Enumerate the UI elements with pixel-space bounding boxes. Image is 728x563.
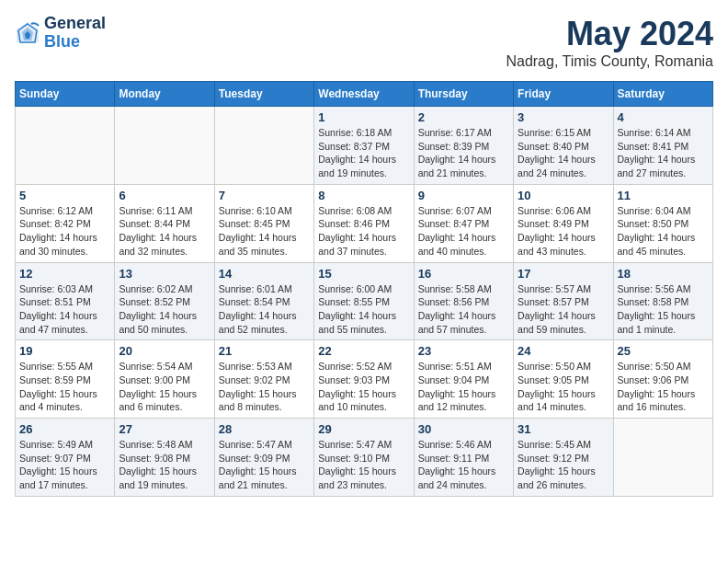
cell-day-number: 14 [219,267,310,281]
cell-info-text: Sunrise: 6:03 AM Sunset: 8:51 PM Dayligh… [19,282,110,337]
calendar-cell: 10Sunrise: 6:06 AM Sunset: 8:49 PM Dayli… [514,184,613,262]
calendar-cell: 22Sunrise: 5:52 AM Sunset: 9:03 PM Dayli… [314,340,414,419]
calendar-cell: 9Sunrise: 6:07 AM Sunset: 8:47 PM Daylig… [414,184,513,262]
cell-day-number: 7 [219,189,310,202]
cell-day-number: 15 [318,267,409,281]
cell-info-text: Sunrise: 5:45 AM Sunset: 9:12 PM Dayligh… [518,438,609,492]
cell-day-number: 25 [618,344,709,358]
cell-day-number: 17 [518,267,609,281]
calendar-cell: 19Sunrise: 5:55 AM Sunset: 8:59 PM Dayli… [16,340,115,419]
calendar-week-4: 19Sunrise: 5:55 AM Sunset: 8:59 PM Dayli… [16,340,713,419]
cell-info-text: Sunrise: 6:18 AM Sunset: 8:37 PM Dayligh… [318,126,409,180]
cell-info-text: Sunrise: 5:46 AM Sunset: 9:11 PM Dayligh… [418,438,509,492]
calendar-cell: 15Sunrise: 6:00 AM Sunset: 8:55 PM Dayli… [314,262,414,340]
calendar-cell: 31Sunrise: 5:45 AM Sunset: 9:12 PM Dayli… [514,419,613,497]
page-header: General Blue May 2024 Nadrag, Timis Coun… [15,15,713,70]
cell-day-number: 27 [119,422,210,436]
calendar-body: 1Sunrise: 6:18 AM Sunset: 8:37 PM Daylig… [16,107,713,497]
calendar-cell: 24Sunrise: 5:50 AM Sunset: 9:05 PM Dayli… [514,340,613,419]
cell-info-text: Sunrise: 6:11 AM Sunset: 8:44 PM Dayligh… [119,204,210,259]
calendar-cell [16,107,115,185]
cell-info-text: Sunrise: 5:56 AM Sunset: 8:58 PM Dayligh… [618,282,709,337]
cell-info-text: Sunrise: 5:53 AM Sunset: 9:02 PM Dayligh… [219,360,310,414]
cell-info-text: Sunrise: 5:47 AM Sunset: 9:09 PM Dayligh… [219,438,310,492]
cell-info-text: Sunrise: 5:51 AM Sunset: 9:04 PM Dayligh… [418,360,509,414]
cell-day-number: 8 [318,189,409,202]
calendar-week-5: 26Sunrise: 5:49 AM Sunset: 9:07 PM Dayli… [16,419,713,497]
cell-day-number: 16 [418,267,509,281]
cell-day-number: 30 [418,422,509,436]
main-title: May 2024 [506,15,713,53]
calendar-cell: 3Sunrise: 6:15 AM Sunset: 8:40 PM Daylig… [514,107,613,185]
calendar-cell: 13Sunrise: 6:02 AM Sunset: 8:52 PM Dayli… [115,262,214,340]
cell-info-text: Sunrise: 6:10 AM Sunset: 8:45 PM Dayligh… [219,204,310,259]
cell-day-number: 13 [119,267,210,281]
cell-day-number: 23 [418,344,509,358]
calendar-cell: 1Sunrise: 6:18 AM Sunset: 8:37 PM Daylig… [314,107,414,185]
cell-day-number: 4 [618,110,709,124]
cell-day-number: 26 [19,422,110,436]
calendar-week-3: 12Sunrise: 6:03 AM Sunset: 8:51 PM Dayli… [16,262,713,340]
cell-info-text: Sunrise: 6:01 AM Sunset: 8:54 PM Dayligh… [219,282,310,337]
cell-info-text: Sunrise: 6:02 AM Sunset: 8:52 PM Dayligh… [119,282,210,337]
header-day-wednesday: Wednesday [314,82,414,107]
cell-day-number: 5 [19,189,110,202]
logo-text: General Blue [44,15,106,52]
cell-info-text: Sunrise: 5:58 AM Sunset: 8:56 PM Dayligh… [418,282,509,337]
cell-day-number: 12 [19,267,110,281]
calendar-cell [115,107,214,185]
cell-day-number: 10 [518,189,609,202]
header-day-thursday: Thursday [414,82,513,107]
calendar-cell: 25Sunrise: 5:50 AM Sunset: 9:06 PM Dayli… [613,340,712,419]
cell-info-text: Sunrise: 6:12 AM Sunset: 8:42 PM Dayligh… [19,204,110,259]
cell-info-text: Sunrise: 5:52 AM Sunset: 9:03 PM Dayligh… [318,360,409,414]
logo: General Blue [15,15,106,52]
calendar-cell: 17Sunrise: 5:57 AM Sunset: 8:57 PM Dayli… [514,262,613,340]
subtitle: Nadrag, Timis County, Romania [506,53,713,70]
calendar-week-2: 5Sunrise: 6:12 AM Sunset: 8:42 PM Daylig… [16,184,713,262]
cell-day-number: 29 [318,422,409,436]
cell-info-text: Sunrise: 5:55 AM Sunset: 8:59 PM Dayligh… [19,360,110,414]
cell-info-text: Sunrise: 5:47 AM Sunset: 9:10 PM Dayligh… [318,438,409,492]
cell-info-text: Sunrise: 5:54 AM Sunset: 9:00 PM Dayligh… [119,360,210,414]
header-day-friday: Friday [514,82,613,107]
cell-day-number: 22 [318,344,409,358]
calendar-header: SundayMondayTuesdayWednesdayThursdayFrid… [16,82,713,107]
calendar-cell: 28Sunrise: 5:47 AM Sunset: 9:09 PM Dayli… [214,419,313,497]
cell-day-number: 20 [119,344,210,358]
cell-day-number: 9 [418,189,509,202]
calendar-cell: 20Sunrise: 5:54 AM Sunset: 9:00 PM Dayli… [115,340,214,419]
calendar-cell [214,107,313,185]
cell-day-number: 6 [119,189,210,202]
logo-general-text: General [44,15,106,33]
calendar-cell: 8Sunrise: 6:08 AM Sunset: 8:46 PM Daylig… [314,184,414,262]
cell-info-text: Sunrise: 5:50 AM Sunset: 9:06 PM Dayligh… [618,360,709,414]
cell-info-text: Sunrise: 6:04 AM Sunset: 8:50 PM Dayligh… [618,204,709,259]
calendar-cell: 6Sunrise: 6:11 AM Sunset: 8:44 PM Daylig… [115,184,214,262]
calendar-cell: 30Sunrise: 5:46 AM Sunset: 9:11 PM Dayli… [414,419,513,497]
header-row: SundayMondayTuesdayWednesdayThursdayFrid… [16,82,713,107]
cell-day-number: 3 [518,110,609,124]
header-day-saturday: Saturday [613,82,712,107]
cell-day-number: 28 [219,422,310,436]
header-day-monday: Monday [115,82,214,107]
cell-day-number: 19 [19,344,110,358]
calendar-cell: 7Sunrise: 6:10 AM Sunset: 8:45 PM Daylig… [214,184,313,262]
cell-day-number: 2 [418,110,509,124]
cell-day-number: 18 [618,267,709,281]
calendar-cell: 27Sunrise: 5:48 AM Sunset: 9:08 PM Dayli… [115,419,214,497]
cell-info-text: Sunrise: 6:08 AM Sunset: 8:46 PM Dayligh… [318,204,409,259]
calendar-cell: 18Sunrise: 5:56 AM Sunset: 8:58 PM Dayli… [613,262,712,340]
cell-info-text: Sunrise: 6:00 AM Sunset: 8:55 PM Dayligh… [318,282,409,337]
calendar-cell: 26Sunrise: 5:49 AM Sunset: 9:07 PM Dayli… [16,419,115,497]
cell-info-text: Sunrise: 6:06 AM Sunset: 8:49 PM Dayligh… [518,204,609,259]
calendar-cell: 16Sunrise: 5:58 AM Sunset: 8:56 PM Dayli… [414,262,513,340]
calendar-cell: 5Sunrise: 6:12 AM Sunset: 8:42 PM Daylig… [16,184,115,262]
cell-day-number: 21 [219,344,310,358]
cell-info-text: Sunrise: 6:07 AM Sunset: 8:47 PM Dayligh… [418,204,509,259]
header-day-sunday: Sunday [16,82,115,107]
cell-info-text: Sunrise: 5:49 AM Sunset: 9:07 PM Dayligh… [19,438,110,492]
calendar-cell: 29Sunrise: 5:47 AM Sunset: 9:10 PM Dayli… [314,419,414,497]
cell-info-text: Sunrise: 5:48 AM Sunset: 9:08 PM Dayligh… [119,438,210,492]
calendar-cell: 12Sunrise: 6:03 AM Sunset: 8:51 PM Dayli… [16,262,115,340]
